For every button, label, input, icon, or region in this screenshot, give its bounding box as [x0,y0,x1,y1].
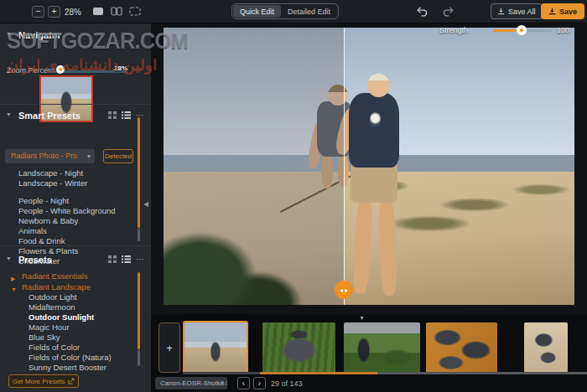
list-view-icon[interactable] [122,255,131,263]
strength-label: Strength [439,26,468,34]
smart-preset-item[interactable]: Landscape - Winter [0,178,134,188]
filmstrip-scrollbar-rest[interactable] [377,372,587,374]
get-more-presets-label: Get More Presets [13,378,65,385]
smart-preset-dropdown[interactable]: Radiant Photo - Pro ▾ [5,149,95,163]
man-figure [351,162,397,203]
compare-handle[interactable]: ◂ ▸ [335,281,353,299]
grid-view-icon[interactable] [108,255,117,263]
preset-item[interactable]: Magic Hour [0,322,134,333]
filmstrip-thumbnail[interactable] [524,322,568,373]
photo-counter: 29 of 143 [271,379,303,388]
tab-quick-edit[interactable]: Quick Edit [233,5,281,18]
folder-dropdown-value: Canon-EOSR-Shotkit-5... [160,379,227,387]
photo-preview[interactable]: ◂ ▸ [164,28,574,305]
left-sidebar: ▼ Navigator Zoom Percent 28% ▼ Smart Pre… [0,23,151,392]
filmstrip-thumbnail[interactable] [262,322,335,373]
save-all-button[interactable]: Save All [491,3,543,19]
presets-collapse-icon[interactable]: ▼ [6,255,12,261]
zoom-percent-slider-knob[interactable] [56,65,65,74]
next-photo-button[interactable]: › [253,377,266,389]
filmstrip-thumbnail[interactable] [344,322,420,373]
smart-presets-list: Landscape - NightLandscape - WinterPeopl… [0,168,134,266]
filmstrip: ▼ + [151,314,587,375]
download-icon [548,8,556,15]
smart-presets-collapse-icon[interactable]: ▼ [6,111,12,117]
grid-view-icon[interactable] [108,111,117,119]
filmstrip-scrollbar-thumb[interactable] [260,372,377,374]
zoom-level-value: 28% [65,8,81,17]
preset-group-label: Radiant Landscape [22,282,91,291]
smart-preset-item[interactable]: Animals [0,226,134,236]
smart-preset-dropdown-value: Radiant Photo - Pro [11,152,77,160]
man-figure [349,93,400,168]
tab-detailed-edit[interactable]: Detailed Edit [281,5,337,18]
preset-group-label: Radiant Essentials [22,271,88,281]
preset-item[interactable]: Fields of Color [0,343,134,353]
folder-dropdown[interactable]: Canon-EOSR-Shotkit-5... ▾ [155,377,227,389]
smart-preset-item[interactable]: People - Night [0,196,134,206]
external-link-icon [68,378,75,384]
filmstrip-thumbnail-selected[interactable] [183,321,248,374]
bottom-bar: Canon-EOSR-Shotkit-5... ▾ ‹ › 29 of 143 [151,375,587,392]
preset-group[interactable]: ▼Radiant Landscape [0,281,134,292]
zoom-percent-value: 28% [114,64,127,72]
preset-item[interactable]: Fields of Color (Natura) [0,353,134,363]
previous-photo-button[interactable]: ‹ [237,377,250,389]
smart-presets-scrollbar-track[interactable] [138,228,140,241]
preset-item[interactable]: Midafternoon [0,302,134,312]
save-all-label: Save All [508,8,536,16]
list-spacer [0,188,134,196]
redo-icon[interactable] [442,6,455,18]
strength-value: 100 [557,26,569,34]
smart-preset-item[interactable]: Newborn & Baby [0,216,134,226]
preset-item[interactable]: Outdoor Sunlight [0,312,134,322]
presets-scrollbar-track[interactable] [138,349,140,366]
foreground-foliage-layer [164,183,315,305]
download-icon [497,8,505,15]
chevron-down-icon: ▾ [221,377,224,389]
get-more-presets-button[interactable]: Get More Presets [8,374,79,388]
sidebar-collapse-icon[interactable]: ◀ [143,200,148,208]
strength-control: Strength 100 [439,24,574,36]
presets-menu-icon[interactable]: ⋯ [136,255,144,263]
tshirt-logo [370,112,381,127]
filmstrip-thumbnail[interactable] [426,322,497,373]
strength-slider-knob[interactable] [517,25,527,35]
single-view-icon[interactable] [92,7,104,16]
compare-split-line[interactable] [344,28,345,305]
compare-view-icon[interactable] [129,7,141,16]
preset-group[interactable]: ▶Radiant Essentials [0,271,134,281]
zoom-out-button[interactable]: − [32,6,44,18]
top-toolbar: − + 28% Quick Edit Detailed Edit [0,0,587,23]
preset-item[interactable]: Blue Sky [0,333,134,343]
chevron-down-icon: ▾ [87,149,91,163]
detected-button[interactable]: Detected [103,149,133,163]
man-figure [367,74,390,97]
smart-presets-title: Smart Presets [18,111,81,121]
smart-preset-item[interactable]: People - White Background [0,206,134,216]
child-figure [321,152,333,188]
presets-scrollbar[interactable] [138,272,140,349]
filmstrip-collapse-icon[interactable]: ▼ [359,315,365,321]
zoom-in-button[interactable]: + [48,6,60,18]
app-window: − + 28% Quick Edit Detailed Edit [0,0,587,392]
save-label: Save [559,8,577,16]
presets-list: ▶Radiant Essentials▼Radiant LandscapeOut… [0,271,134,373]
split-view-icon[interactable] [111,7,122,16]
list-view-icon[interactable] [122,111,131,119]
smart-preset-item[interactable]: Landscape - Night [0,168,134,178]
smart-presets-scrollbar[interactable] [138,117,140,228]
preset-item[interactable]: Outdoor Light [0,292,134,302]
add-photos-button[interactable]: + [158,322,180,373]
presets-title: Presets [18,255,52,265]
preset-item[interactable]: Sunny Desert Booster [0,363,134,373]
navigator-collapse-icon[interactable]: ▼ [6,31,12,37]
main-canvas: ◂ ▸ Strength 100 [151,23,587,314]
undo-icon[interactable] [416,6,429,18]
navigator-title: Navigator [18,30,61,40]
save-button[interactable]: Save [541,3,584,19]
edit-mode-switch: Quick Edit Detailed Edit [231,3,339,19]
